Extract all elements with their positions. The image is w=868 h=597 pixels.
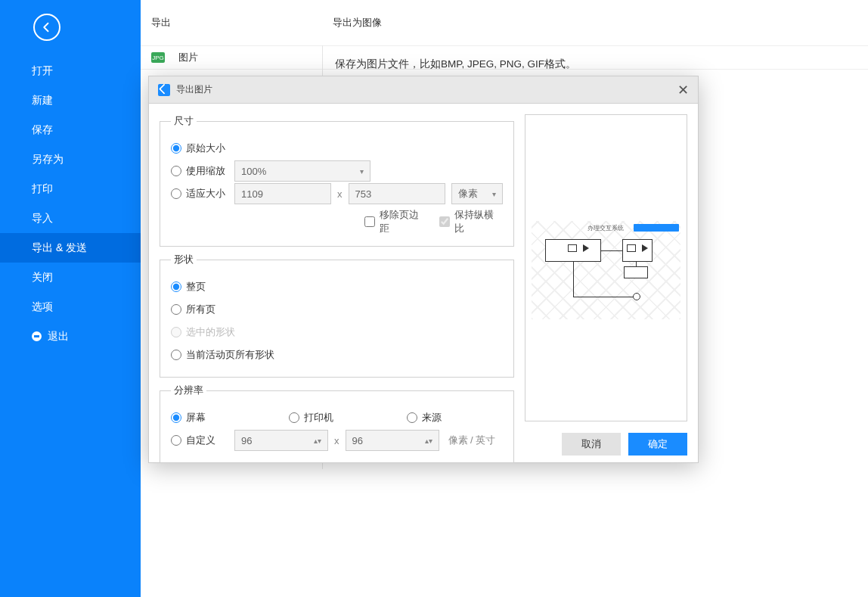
- radio-res-source-label: 来源: [422, 411, 442, 424]
- sidebar-item-saveas[interactable]: 另存为: [0, 145, 141, 174]
- radio-active-page-shapes-input[interactable]: [171, 350, 181, 360]
- checkbox-remove-margin-label: 移除页边距: [380, 208, 428, 235]
- sidebar-item-label: 打印: [32, 182, 53, 194]
- arrow-left-icon: [40, 20, 54, 34]
- header-export-as-image-label: 导出为图像: [333, 16, 382, 30]
- radio-selected-shapes-input: [171, 327, 181, 337]
- size-legend: 尺寸: [171, 114, 197, 128]
- zoom-value: 100%: [241, 166, 266, 177]
- radio-whole-page[interactable]: 整页: [171, 280, 228, 294]
- export-image-dialog: 导出图片 ✕ 尺寸 原始大小 使用缩放: [148, 76, 699, 463]
- back-button[interactable]: [33, 14, 60, 41]
- sidebar-item-export-send[interactable]: 导出 & 发送: [0, 233, 141, 263]
- radio-original-size[interactable]: 原始大小: [171, 141, 228, 155]
- radio-use-zoom-label: 使用缩放: [186, 164, 225, 178]
- radio-fit-size[interactable]: 适应大小: [171, 187, 228, 201]
- preview-panel: 办理交互系统: [525, 114, 688, 421]
- cancel-button[interactable]: 取消: [562, 433, 621, 456]
- radio-original-size-label: 原始大小: [186, 141, 225, 155]
- radio-fit-size-input[interactable]: [171, 188, 181, 199]
- width-value: 1109: [241, 188, 263, 200]
- sidebar-item-open[interactable]: 打开: [0, 56, 141, 86]
- ok-button[interactable]: 确定: [628, 433, 687, 456]
- radio-all-pages-label: 所有页: [186, 303, 215, 316]
- sidebar-item-label: 打开: [32, 64, 53, 76]
- exit-icon: [32, 331, 42, 341]
- radio-selected-shapes: 选中的形状: [171, 325, 235, 339]
- radio-res-printer-label: 打印机: [304, 411, 333, 424]
- export-type-label: 图片: [178, 51, 198, 64]
- radio-all-pages[interactable]: 所有页: [171, 303, 228, 316]
- sidebar-item-label: 退出: [48, 330, 69, 342]
- sidebar-item-label: 导入: [32, 212, 53, 224]
- radio-active-page-shapes-label: 当前活动页所有形状: [186, 348, 274, 362]
- sidebar-item-close[interactable]: 关闭: [0, 263, 141, 292]
- width-input[interactable]: 1109: [234, 183, 331, 204]
- sidebar-item-print[interactable]: 打印: [0, 174, 141, 204]
- height-input[interactable]: 753: [349, 183, 445, 204]
- sidebar-item-label: 新建: [32, 94, 53, 106]
- sidebar: 打开 新建 保存 另存为 打印 导入 导出 & 发送 关闭 选项 退出: [0, 0, 141, 597]
- dialog-footer: 取消 确定: [149, 426, 698, 462]
- size-x-separator: x: [337, 188, 343, 200]
- radio-original-size-input[interactable]: [171, 143, 181, 154]
- radio-res-screen-input[interactable]: [171, 412, 181, 423]
- radio-all-pages-input[interactable]: [171, 304, 181, 315]
- zoom-select[interactable]: 100% ▾: [234, 160, 370, 182]
- sidebar-item-exit[interactable]: 退出: [0, 322, 141, 351]
- sidebar-item-label: 选项: [32, 300, 53, 312]
- radio-fit-size-label: 适应大小: [186, 187, 225, 201]
- dialog-title: 导出图片: [176, 83, 212, 96]
- sidebar-item-label: 保存: [32, 123, 53, 135]
- height-value: 753: [355, 188, 372, 200]
- main-header: 导出 导出为图像: [141, 0, 868, 45]
- radio-active-page-shapes[interactable]: 当前活动页所有形状: [171, 348, 274, 362]
- shape-legend: 形状: [171, 253, 197, 266]
- radio-res-screen-label: 屏幕: [186, 411, 206, 424]
- sidebar-item-options[interactable]: 选项: [0, 292, 141, 322]
- radio-res-screen[interactable]: 屏幕: [171, 411, 228, 424]
- sidebar-item-label: 关闭: [32, 271, 53, 283]
- radio-use-zoom-input[interactable]: [171, 166, 181, 176]
- preview-brand-bar: [634, 224, 679, 232]
- jpg-icon: JPG: [151, 52, 165, 63]
- radio-whole-page-input[interactable]: [171, 281, 181, 292]
- dialog-close-button[interactable]: ✕: [677, 82, 689, 98]
- sidebar-item-new[interactable]: 新建: [0, 86, 141, 115]
- sidebar-item-label: 导出 & 发送: [32, 241, 87, 253]
- chevron-down-icon: ▾: [492, 190, 496, 198]
- shape-fieldset: 形状 整页 所有页 选中的形状: [160, 253, 514, 378]
- size-fieldset: 尺寸 原始大小 使用缩放 100% ▾: [160, 114, 514, 247]
- radio-whole-page-label: 整页: [186, 280, 206, 294]
- radio-res-printer[interactable]: 打印机: [289, 411, 346, 424]
- checkbox-keep-ratio-label: 保持纵横比: [454, 208, 503, 235]
- radio-res-source-input[interactable]: [407, 412, 417, 423]
- sidebar-item-save[interactable]: 保存: [0, 115, 141, 145]
- header-export-label: 导出: [151, 16, 333, 30]
- resolution-legend: 分辨率: [171, 384, 206, 397]
- radio-res-source[interactable]: 来源: [407, 411, 464, 424]
- preview-thumbnail: 办理交互系统: [532, 221, 681, 319]
- sidebar-item-import[interactable]: 导入: [0, 204, 141, 233]
- checkbox-remove-margin-input[interactable]: [364, 216, 375, 227]
- checkbox-keep-ratio-input: [439, 216, 450, 227]
- radio-res-printer-input[interactable]: [289, 412, 299, 423]
- checkbox-keep-ratio[interactable]: 保持纵横比: [439, 208, 502, 235]
- size-unit-value: 像素: [458, 187, 478, 201]
- checkbox-remove-margin[interactable]: 移除页边距: [364, 208, 427, 235]
- size-unit-select[interactable]: 像素 ▾: [451, 183, 503, 204]
- radio-selected-shapes-label: 选中的形状: [186, 325, 235, 339]
- sidebar-item-label: 另存为: [32, 153, 64, 165]
- chevron-down-icon: ▾: [360, 167, 364, 176]
- app-icon: [158, 84, 170, 96]
- radio-use-zoom[interactable]: 使用缩放: [171, 164, 228, 178]
- dialog-titlebar: 导出图片 ✕: [149, 76, 698, 104]
